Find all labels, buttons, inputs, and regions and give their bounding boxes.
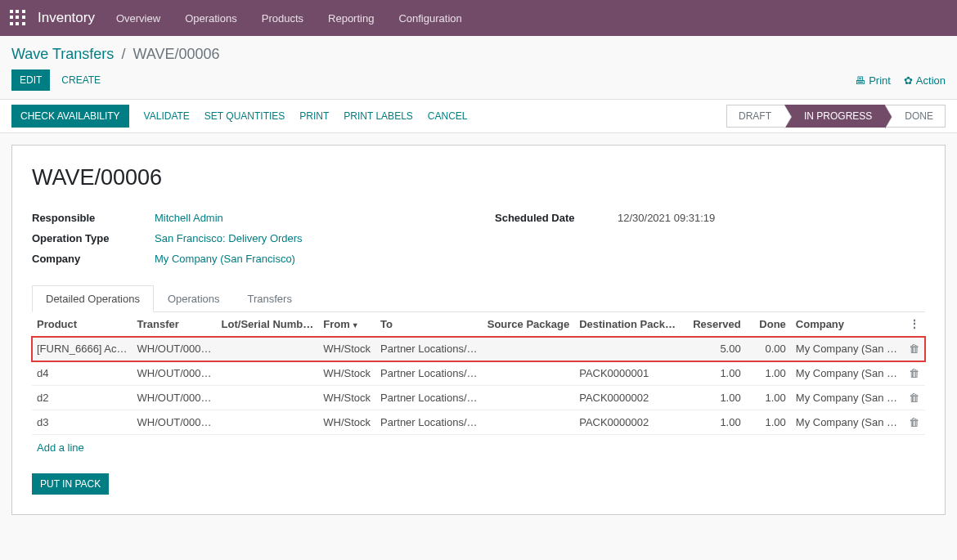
operations-table: ProductTransferLot/Serial Numb…From▼ToSo… [32, 312, 925, 435]
col-header[interactable]: Reserved [681, 312, 746, 337]
tab-detailed-operations[interactable]: Detailed Operations [32, 285, 154, 312]
main-menu: Overview Operations Products Reporting C… [116, 12, 462, 25]
cell [483, 410, 574, 435]
breadcrumb: Wave Transfers / WAVE/00006 [11, 36, 946, 69]
delete-row-icon[interactable]: 🗑 [909, 392, 919, 404]
operation-type-label: Operation Type [32, 232, 155, 244]
validate-button[interactable]: Validate [144, 110, 190, 122]
cell: 1.00 [681, 410, 746, 435]
print2-button[interactable]: Print [299, 110, 329, 122]
cell: PACK0000002 [574, 410, 681, 435]
action-bar: Edit Create 🖶Print ✿Action [11, 69, 946, 99]
delete-row-icon[interactable]: 🗑 [909, 367, 919, 379]
table-row[interactable]: [FURN_6666] Ac…WH/OUT/000…WH/StockPartne… [32, 337, 925, 361]
sort-caret-icon: ▼ [352, 321, 359, 329]
cell: WH/Stock [318, 410, 375, 435]
print-icon: 🖶 [855, 74, 865, 87]
cancel-button[interactable]: Cancel [428, 110, 468, 122]
menu-configuration[interactable]: Configuration [398, 12, 461, 25]
action-label: Action [916, 74, 946, 87]
company-value[interactable]: My Company (San Francisco) [155, 253, 295, 265]
print-button[interactable]: 🖶Print [855, 74, 891, 87]
cell: 1.00 [746, 410, 791, 435]
cell: 1.00 [681, 361, 746, 386]
cell: d3 [32, 410, 133, 435]
status-bar: Check Availability Validate Set Quantiti… [0, 99, 957, 133]
col-header[interactable]: Source Package [483, 312, 574, 337]
topbar: Inventory Overview Operations Products R… [0, 0, 957, 36]
cell: PACK0000002 [574, 386, 681, 410]
col-header[interactable]: Done [746, 312, 791, 337]
status-step-draft[interactable]: DRAFT [726, 105, 784, 128]
print-labels-button[interactable]: Print Labels [344, 110, 412, 122]
cell: Partner Locations/… [375, 337, 483, 361]
cell: WH/Stock [318, 361, 375, 386]
col-header[interactable]: Destination Pack… [574, 312, 681, 337]
tabs: Detailed OperationsOperationsTransfers [32, 284, 925, 312]
put-in-pack-button[interactable]: Put in Pack [32, 473, 109, 495]
tab-transfers[interactable]: Transfers [234, 285, 306, 312]
cell: My Company (San … [791, 337, 904, 361]
cell: Partner Locations/… [375, 361, 483, 386]
edit-button[interactable]: Edit [11, 69, 50, 91]
responsible-value[interactable]: Mitchell Admin [155, 212, 223, 224]
create-button[interactable]: Create [61, 74, 101, 86]
cell [483, 386, 574, 410]
print-label: Print [869, 74, 891, 87]
status-step-done[interactable]: DONE [885, 105, 946, 128]
app-name[interactable]: Inventory [38, 10, 95, 26]
menu-reporting[interactable]: Reporting [328, 12, 374, 25]
cell: WH/OUT/000… [133, 410, 217, 435]
operation-type-value[interactable]: San Francisco: Delivery Orders [155, 232, 303, 244]
cell: Partner Locations/… [375, 410, 483, 435]
cell [217, 361, 319, 386]
breadcrumb-separator: / [121, 46, 125, 62]
cell: 0.00 [746, 337, 791, 361]
breadcrumb-root[interactable]: Wave Transfers [11, 46, 114, 62]
table-row[interactable]: d4WH/OUT/000…WH/StockPartner Locations/…… [32, 361, 925, 386]
col-header[interactable]: Company [791, 312, 904, 337]
cell [483, 361, 574, 386]
cell: d2 [32, 386, 133, 410]
table-row[interactable]: d2WH/OUT/000…WH/StockPartner Locations/…… [32, 386, 925, 410]
cell [483, 337, 574, 361]
delete-row-icon[interactable]: 🗑 [909, 343, 919, 355]
cell: 5.00 [681, 337, 746, 361]
check-availability-button[interactable]: Check Availability [11, 105, 129, 128]
add-line-link[interactable]: Add a line [32, 435, 89, 460]
delete-row-icon[interactable]: 🗑 [909, 416, 919, 428]
cell: PACK0000001 [574, 361, 681, 386]
cell [574, 337, 681, 361]
cell [217, 410, 319, 435]
menu-overview[interactable]: Overview [116, 12, 160, 25]
cell: My Company (San … [791, 386, 904, 410]
breadcrumb-leaf: WAVE/00006 [133, 46, 219, 62]
form-sheet: WAVE/00006 Responsible Mitchell Admin Op… [11, 145, 946, 515]
apps-menu-icon[interactable] [10, 10, 26, 26]
set-quantities-button[interactable]: Set Quantities [204, 110, 285, 122]
cell [217, 386, 319, 410]
gear-icon: ✿ [904, 74, 913, 87]
scheduled-date-value: 12/30/2021 09:31:19 [618, 212, 715, 224]
company-label: Company [32, 253, 155, 265]
menu-products[interactable]: Products [262, 12, 303, 25]
scheduled-date-label: Scheduled Date [495, 212, 618, 224]
record-title: WAVE/00006 [32, 165, 925, 190]
status-step-in-progress[interactable]: IN PROGRESS [784, 105, 885, 128]
table-row[interactable]: d3WH/OUT/000…WH/StockPartner Locations/…… [32, 410, 925, 435]
cell: d4 [32, 361, 133, 386]
cell: WH/OUT/000… [133, 361, 217, 386]
tab-operations[interactable]: Operations [154, 285, 234, 312]
col-header[interactable]: Lot/Serial Numb… [217, 312, 319, 337]
cell: [FURN_6666] Ac… [32, 337, 133, 361]
cell: WH/Stock [318, 337, 375, 361]
col-header[interactable]: Transfer [133, 312, 217, 337]
col-header[interactable]: Product [32, 312, 133, 337]
action-button[interactable]: ✿Action [904, 74, 946, 87]
cell: My Company (San … [791, 410, 904, 435]
col-header[interactable]: To [375, 312, 483, 337]
cell: WH/OUT/000… [133, 337, 217, 361]
col-header[interactable]: From▼ [318, 312, 375, 337]
column-options-icon[interactable]: ⋮ [909, 317, 920, 330]
menu-operations[interactable]: Operations [185, 12, 237, 25]
